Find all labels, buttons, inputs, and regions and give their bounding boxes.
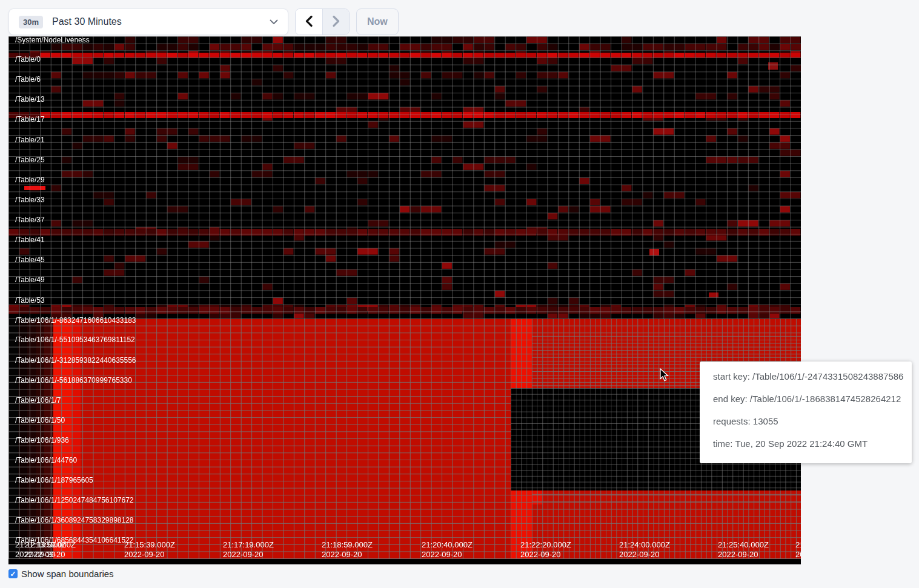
time-range-select[interactable]: 30m Past 30 Minutes	[8, 8, 288, 35]
chevron-right-icon	[332, 15, 340, 29]
keyvis-heatmap-canvas[interactable]	[8, 36, 801, 564]
time-range-label: Past 30 Minutes	[52, 16, 270, 27]
tooltip-end-key: end key: /Table/106/1/-18683814745282642…	[713, 394, 901, 404]
time-nav-group	[295, 8, 350, 35]
chevron-left-icon	[305, 15, 313, 29]
tooltip-time: time: Tue, 20 Sep 2022 21:24:40 GMT	[713, 439, 901, 449]
forward-button[interactable]	[322, 9, 349, 35]
key-visualizer-page: 30m Past 30 Minutes Now start key: /Tabl	[0, 0, 919, 588]
back-button[interactable]	[296, 9, 322, 35]
show-span-boundaries-control: ✓ Show span boundaries	[8, 569, 114, 579]
show-span-boundaries-checkbox[interactable]: ✓	[8, 569, 18, 578]
tooltip-start-key: start key: /Table/106/1/-247433150824388…	[713, 372, 901, 382]
show-span-boundaries-label: Show span boundaries	[21, 569, 114, 579]
heatmap-tooltip: start key: /Table/106/1/-247433150824388…	[700, 362, 912, 463]
tooltip-requests: requests: 13055	[713, 417, 901, 426]
time-range-badge: 30m	[19, 16, 43, 28]
now-button[interactable]: Now	[356, 8, 399, 35]
heatmap-area: start key: /Table/106/1/-247433150824388…	[8, 36, 801, 564]
chevron-down-icon	[270, 16, 278, 27]
toolbar: 30m Past 30 Minutes Now	[8, 8, 399, 35]
